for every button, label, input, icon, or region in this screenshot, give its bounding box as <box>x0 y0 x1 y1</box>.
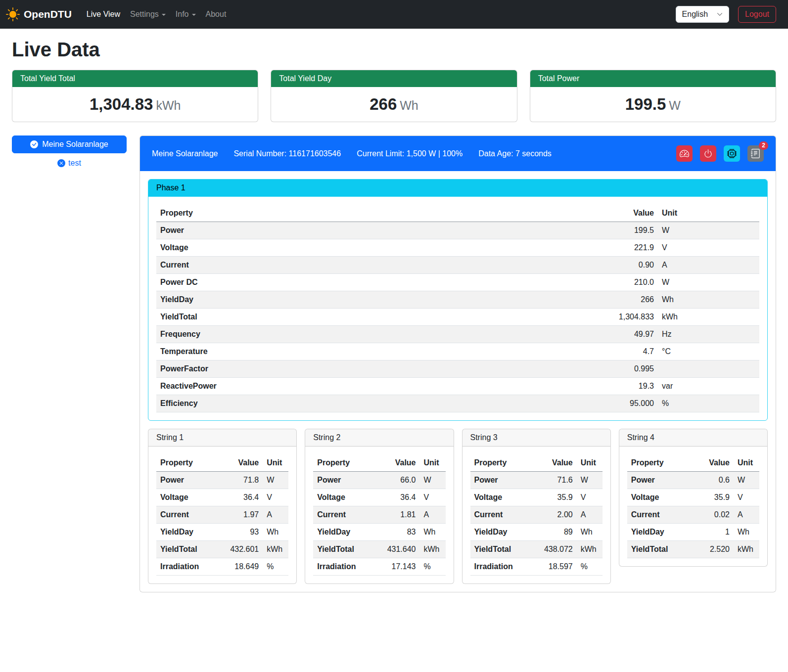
property-cell: Voltage <box>156 239 574 257</box>
value-cell: 0.90 <box>574 257 658 274</box>
string-card-title: String 1 <box>148 429 296 447</box>
value-cell: 438.072 <box>531 541 577 558</box>
logout-button[interactable]: Logout <box>738 6 776 23</box>
current-limit: Current Limit: 1,500 W | 100% <box>357 149 463 158</box>
property-cell: YieldDay <box>470 524 531 541</box>
inverter-selector-column: Meine Solaranlage test <box>12 135 127 168</box>
property-cell: Current <box>156 506 217 524</box>
property-cell: Voltage <box>313 489 374 506</box>
table-row: YieldTotal438.072kWh <box>470 541 603 558</box>
property-cell: Efficiency <box>156 395 574 412</box>
table-row: YieldDay89Wh <box>470 524 603 541</box>
language-select[interactable]: English <box>676 6 729 23</box>
property-cell: Current <box>313 506 374 524</box>
nav-item-label: About <box>206 10 227 19</box>
value-cell: 431.640 <box>374 541 420 558</box>
value-cell: 71.6 <box>531 472 577 489</box>
column-header-unit: Unit <box>263 454 288 472</box>
column-header-property: Property <box>156 205 574 222</box>
property-cell: Power <box>470 472 531 489</box>
summary-card-title: Total Power <box>530 70 776 87</box>
inverter-action-buttons: 2 <box>676 145 764 162</box>
value-cell: 0.02 <box>688 506 734 524</box>
power-settings-button[interactable] <box>700 145 716 162</box>
nav-item-settings[interactable]: Settings <box>125 6 171 23</box>
nav-item-info[interactable]: Info <box>171 6 201 23</box>
value-cell: 35.9 <box>531 489 577 506</box>
unit-cell: V <box>658 239 759 257</box>
summary-card-value: 266 <box>370 95 397 113</box>
table-row: Current0.02A <box>627 506 759 524</box>
column-header-value: Value <box>374 454 420 472</box>
table-row: Efficiency95.000% <box>156 395 759 412</box>
value-cell: 199.5 <box>574 222 658 239</box>
table-row: Current1.81A <box>313 506 445 524</box>
data-table: PropertyValueUnitPower71.6WVoltage35.9VC… <box>470 454 603 576</box>
table-row: YieldDay1Wh <box>627 524 759 541</box>
table-row: PowerFactor0.995 <box>156 360 759 378</box>
data-age: Data Age: 7 seconds <box>478 149 552 158</box>
value-cell: 1,304.833 <box>574 309 658 326</box>
unit-cell: % <box>263 558 288 576</box>
value-cell: 49.97 <box>574 326 658 343</box>
property-cell: Power <box>627 472 688 489</box>
value-cell: 93 <box>217 524 263 541</box>
data-table: PropertyValueUnitPower71.8WVoltage36.4VC… <box>156 454 288 576</box>
speedometer-icon <box>680 149 689 158</box>
summary-card-body: 1,304.83kWh <box>12 87 258 122</box>
check-circle-icon <box>30 140 38 148</box>
nav-item-live-view[interactable]: Live View <box>82 6 125 23</box>
property-cell: Temperature <box>156 343 574 360</box>
unit-cell: V <box>263 489 288 506</box>
unit-cell: W <box>658 222 759 239</box>
property-cell: Current <box>156 257 574 274</box>
table-row: Voltage35.9V <box>627 489 759 506</box>
unit-cell: Hz <box>658 326 759 343</box>
string-card-title: String 2 <box>305 429 453 447</box>
table-row: YieldDay83Wh <box>313 524 445 541</box>
value-cell: 2.520 <box>688 541 734 558</box>
summary-card-title: Total Yield Total <box>12 70 258 87</box>
table-row: Power199.5W <box>156 222 759 239</box>
value-cell: 266 <box>574 291 658 309</box>
summary-card-body: 199.5W <box>530 87 776 122</box>
string-card-title: String 4 <box>619 429 767 447</box>
main-content: Live Data Total Yield Total 1,304.83kWh … <box>0 39 788 604</box>
phase-card-title: Phase 1 <box>148 179 767 197</box>
event-log-button[interactable]: 2 <box>747 145 764 162</box>
value-cell: 432.601 <box>217 541 263 558</box>
device-info-button[interactable] <box>724 145 740 162</box>
string-4-card: String 4 PropertyValueUnitPower0.6WVolta… <box>619 429 768 567</box>
string-card-title: String 3 <box>463 429 610 447</box>
string-3-table: PropertyValueUnitPower71.6WVoltage35.9VC… <box>463 447 610 583</box>
string-4-table: PropertyValueUnitPower0.6WVoltage35.9VCu… <box>619 447 767 566</box>
limit-settings-button[interactable] <box>676 145 693 162</box>
journal-icon <box>751 149 760 158</box>
inverter-select-button[interactable]: Meine Solaranlage <box>12 135 127 153</box>
value-cell: 18.649 <box>217 558 263 576</box>
inverter-select-label: Meine Solaranlage <box>42 140 108 149</box>
unit-cell: °C <box>658 343 759 360</box>
inverter-item-test[interactable]: test <box>12 159 127 168</box>
nav-item-about[interactable]: About <box>201 6 232 23</box>
table-row: Frequency49.97Hz <box>156 326 759 343</box>
string-1-table: PropertyValueUnitPower71.8WVoltage36.4VC… <box>148 447 296 583</box>
value-cell: 221.9 <box>574 239 658 257</box>
top-navbar: OpenDTU Live View Settings Info About En… <box>0 0 788 29</box>
property-cell: Irradiation <box>313 558 374 576</box>
property-cell: Current <box>627 506 688 524</box>
string-cards-row: String 1 PropertyValueUnitPower71.8WVolt… <box>148 429 768 584</box>
table-row: YieldDay266Wh <box>156 291 759 309</box>
property-cell: Voltage <box>627 489 688 506</box>
table-row: YieldTotal1,304.833kWh <box>156 309 759 326</box>
table-row: YieldTotal2.520kWh <box>627 541 759 558</box>
property-cell: Voltage <box>156 489 217 506</box>
column-header-property: Property <box>313 454 374 472</box>
brand-link[interactable]: OpenDTU <box>6 7 72 21</box>
unit-cell: Wh <box>420 524 446 541</box>
column-header-property: Property <box>156 454 217 472</box>
data-table: PropertyValueUnitPower0.6WVoltage35.9VCu… <box>627 454 759 558</box>
column-header-unit: Unit <box>734 454 759 472</box>
value-cell: 210.0 <box>574 274 658 291</box>
chevron-down-icon <box>717 11 723 17</box>
